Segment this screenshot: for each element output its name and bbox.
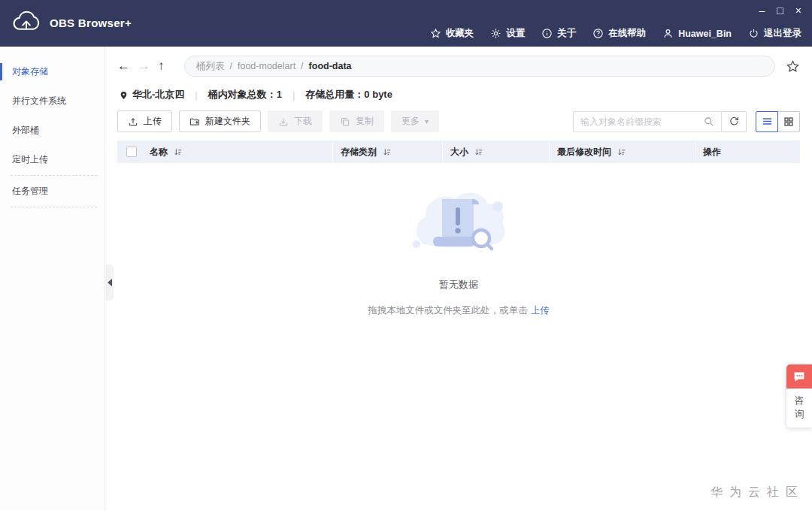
breadcrumb-separator: / (230, 61, 232, 71)
column-size: 大小 (442, 141, 549, 163)
top-menu: 收藏夹 设置 关于 在线帮助 Huawei_Bin (430, 27, 801, 40)
select-all-checkbox[interactable] (126, 147, 137, 157)
list-view-icon (762, 116, 773, 127)
gear-icon (490, 28, 501, 39)
refresh-button[interactable] (722, 111, 747, 132)
sort-icon[interactable] (617, 147, 626, 157)
table-header: 名称 存储类别 大小 最后修改时间 (117, 141, 800, 163)
menu-user[interactable]: Huawei_Bin (662, 28, 732, 39)
breadcrumb-current: food-data (309, 61, 352, 71)
close-icon[interactable]: × (795, 5, 801, 17)
upload-icon (128, 116, 138, 127)
info-divider: | (292, 89, 295, 101)
forward-arrow-icon[interactable]: → (138, 59, 158, 74)
new-folder-button[interactable]: 新建文件夹 (179, 110, 261, 132)
location-pin-icon (119, 89, 129, 101)
object-count-label: 桶内对象总数：1 (208, 88, 282, 101)
sidebar: 对象存储 并行文件系统 外部桶 定时上传 任务管理 (0, 47, 105, 511)
sidebar-item-object-storage[interactable]: 对象存储 (0, 57, 105, 86)
sidebar-divider (11, 207, 97, 207)
sort-icon[interactable] (474, 147, 483, 157)
copy-button[interactable]: 复制 (329, 110, 384, 132)
list-view-button[interactable] (756, 111, 778, 132)
refresh-icon (729, 116, 740, 127)
menu-logout[interactable]: 退出登录 (748, 27, 801, 40)
sidebar-item-external-bucket[interactable]: 外部桶 (0, 116, 105, 145)
up-arrow-icon[interactable]: ↑ (158, 59, 178, 74)
consult-label: 咨询 (794, 394, 804, 421)
sidebar-item-scheduled-upload[interactable]: 定时上传 (0, 145, 105, 174)
upload-link[interactable]: 上传 (531, 305, 550, 316)
app-title: OBS Browser+ (50, 17, 132, 29)
sidebar-divider (11, 175, 97, 176)
app-logo: OBS Browser+ (11, 7, 132, 38)
breadcrumb: 桶列表 / food-modelart / food-data (184, 56, 775, 77)
breadcrumb-bucket[interactable]: food-modelart (238, 61, 295, 71)
upload-button[interactable]: 上传 (117, 110, 172, 132)
star-icon (430, 28, 441, 39)
minimize-icon[interactable]: – (759, 5, 765, 17)
column-action: 操作 (695, 141, 800, 163)
breadcrumb-separator: / (301, 61, 303, 71)
column-modified-time: 最后修改时间 (549, 141, 695, 163)
user-icon (662, 28, 674, 39)
maximize-icon[interactable]: □ (777, 5, 783, 17)
window-controls: – □ × (759, 5, 801, 17)
sort-icon[interactable] (173, 147, 183, 157)
storage-usage-label: 存储总用量：0 byte (305, 88, 392, 101)
consult-floating-button[interactable]: 咨询 (786, 364, 812, 428)
column-storage-class: 存储类别 (332, 141, 442, 163)
empty-state-hint: 拖拽本地文件或文件夹至此处，或单击上传 (117, 304, 800, 317)
breadcrumb-root[interactable]: 桶列表 (196, 60, 225, 73)
main-panel: ← → ↑ 桶列表 / food-modelart / food-data 华北… (105, 47, 812, 511)
collapse-left-icon (108, 279, 112, 286)
grid-view-button[interactable] (777, 111, 800, 132)
more-button[interactable]: 更多 ▾ (391, 110, 439, 132)
search-icon[interactable] (703, 116, 714, 127)
navigation-bar: ← → ↑ 桶列表 / food-modelart / food-data (117, 47, 800, 77)
info-icon (541, 28, 553, 39)
sidebar-item-parallel-fs[interactable]: 并行文件系统 (0, 86, 105, 116)
favorite-star-icon[interactable] (786, 59, 800, 74)
sort-icon[interactable] (382, 147, 392, 157)
region-label: 华北-北京四 (132, 88, 184, 101)
titlebar: OBS Browser+ – □ × 收藏夹 设置 关于 (0, 0, 812, 47)
empty-state: 暂无数据 拖拽本地文件或文件夹至此处，或单击上传 (117, 187, 800, 317)
menu-settings[interactable]: 设置 (490, 27, 525, 40)
bucket-info-bar: 华北-北京四 | 桶内对象总数：1 | 存储总用量：0 byte (117, 77, 800, 110)
folder-plus-icon (189, 116, 200, 127)
download-icon (278, 116, 289, 127)
view-toggle-group (756, 111, 800, 132)
consult-chat-icon (786, 364, 812, 389)
obs-cloud-logo-icon (11, 7, 42, 38)
grid-view-icon (783, 116, 794, 127)
watermark: 华为云社区 (710, 485, 804, 500)
empty-data-illustration (406, 187, 511, 264)
power-icon (748, 28, 759, 39)
empty-state-title: 暂无数据 (117, 278, 800, 292)
search-input[interactable] (580, 116, 703, 127)
copy-icon (340, 116, 350, 127)
back-arrow-icon[interactable]: ← (117, 59, 138, 74)
chevron-down-icon: ▾ (425, 117, 429, 125)
help-icon (592, 28, 604, 39)
menu-about[interactable]: 关于 (541, 27, 576, 40)
menu-help[interactable]: 在线帮助 (592, 27, 646, 40)
sidebar-item-task-management[interactable]: 任务管理 (0, 177, 105, 206)
menu-favorites[interactable]: 收藏夹 (430, 27, 474, 40)
toolbar: 上传 新建文件夹 下载 复制 更多 (117, 110, 800, 132)
column-name: 名称 (117, 141, 332, 163)
info-divider: | (195, 89, 197, 101)
search-box (573, 111, 722, 132)
sidebar-collapse-handle[interactable] (105, 265, 114, 301)
download-button[interactable]: 下载 (268, 110, 323, 132)
